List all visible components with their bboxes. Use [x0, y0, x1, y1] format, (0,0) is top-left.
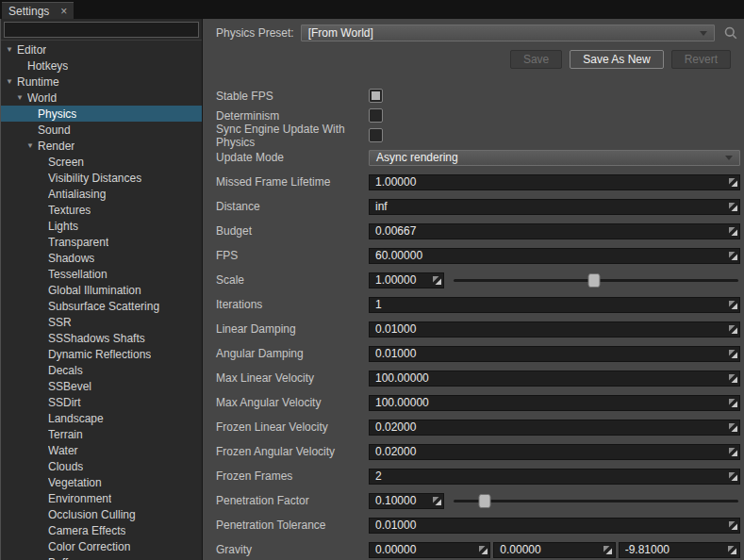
tree-item-label: Shadows — [48, 252, 94, 265]
value-drag-icon[interactable] — [476, 546, 489, 554]
sidebar-item-runtime[interactable]: ▼Runtime — [1, 74, 202, 90]
value-input[interactable] — [494, 543, 601, 556]
value-input[interactable] — [370, 543, 476, 556]
value-input[interactable] — [370, 322, 726, 336]
value-input[interactable] — [370, 494, 430, 507]
sidebar-item-tessellation[interactable]: Tessellation — [1, 266, 202, 282]
slider-handle[interactable] — [587, 273, 600, 288]
sidebar-item-color-correction[interactable]: Color Correction — [1, 538, 202, 554]
penetration-factor-slider[interactable] — [454, 493, 740, 509]
value-input[interactable] — [370, 420, 726, 434]
value-input[interactable] — [370, 445, 726, 458]
search-icon[interactable] — [721, 24, 740, 42]
sidebar-item-textures[interactable]: Textures — [1, 202, 202, 218]
value-drag-icon[interactable] — [726, 301, 739, 309]
expand-arrow-icon[interactable]: ▼ — [6, 45, 17, 54]
value-drag-icon[interactable] — [726, 546, 739, 554]
value-input[interactable] — [370, 347, 726, 360]
value-drag-icon[interactable] — [726, 325, 739, 334]
sidebar-item-terrain[interactable]: Terrain — [1, 426, 202, 442]
save-button[interactable]: Save — [510, 50, 562, 69]
value-drag-icon[interactable] — [726, 472, 739, 481]
sidebar-item-render[interactable]: ▼Render — [1, 138, 202, 154]
sidebar-item-occlusion-culling[interactable]: Occlusion Culling — [1, 506, 202, 522]
sidebar-item-shadows[interactable]: Shadows — [1, 250, 202, 266]
value-input[interactable] — [370, 200, 726, 213]
setting-control — [369, 297, 740, 313]
sidebar-item-clouds[interactable]: Clouds — [1, 458, 202, 474]
value-input[interactable] — [370, 469, 726, 483]
value-drag-icon[interactable] — [726, 399, 739, 407]
value-drag-icon[interactable] — [726, 448, 739, 456]
value-input[interactable] — [370, 396, 726, 409]
sidebar-item-physics[interactable]: Physics — [1, 106, 202, 122]
value-input[interactable] — [620, 543, 726, 556]
tree-filter-input[interactable] — [4, 22, 199, 38]
sidebar-item-environment[interactable]: Environment — [1, 490, 202, 506]
physics-preset-dropdown[interactable]: [From World] — [301, 25, 715, 41]
value-input[interactable] — [370, 175, 726, 189]
sidebar-item-water[interactable]: Water — [1, 442, 202, 458]
expand-arrow-icon[interactable]: ▼ — [26, 141, 38, 150]
sidebar-item-global-illumination[interactable]: Global Illumination — [1, 282, 202, 298]
setting-row-fps: FPS — [216, 243, 740, 268]
sidebar-item-vegetation[interactable]: Vegetation — [1, 474, 202, 490]
sidebar-item-hotkeys[interactable]: Hotkeys — [1, 58, 202, 74]
sidebar-item-visibility-distances[interactable]: Visibility Distances — [1, 170, 202, 186]
value-input[interactable] — [370, 519, 726, 532]
value-drag-icon[interactable] — [430, 497, 443, 505]
setting-row-distance: Distance — [216, 194, 740, 219]
sidebar-item-ssdirt[interactable]: SSDirt — [1, 394, 202, 410]
value-drag-icon[interactable] — [726, 350, 739, 358]
sidebar-item-editor[interactable]: ▼Editor — [1, 41, 202, 58]
sidebar-item-antialiasing[interactable]: Antialiasing — [1, 186, 202, 202]
setting-label: Update Mode — [216, 151, 369, 164]
tab-settings[interactable]: Settings × — [2, 2, 74, 19]
sidebar-item-dynamic-reflections[interactable]: Dynamic Reflections — [1, 346, 202, 362]
stable-fps-checkbox[interactable] — [369, 89, 383, 103]
value-drag-icon[interactable] — [726, 423, 739, 432]
update-mode-dropdown[interactable]: Async rendering — [369, 150, 740, 166]
sidebar-item-ssshadows-shafts[interactable]: SSShadows Shafts — [1, 330, 202, 346]
value-drag-icon[interactable] — [726, 227, 739, 236]
value-input[interactable] — [370, 298, 726, 311]
tree-item-label: Subsurface Scattering — [48, 300, 159, 313]
sidebar-item-ssbevel[interactable]: SSBevel — [1, 378, 202, 394]
value-field — [369, 542, 490, 558]
sync-engine-update-with-physics-checkbox[interactable] — [369, 128, 383, 142]
sidebar-item-decals[interactable]: Decals — [1, 362, 202, 378]
value-drag-icon[interactable] — [726, 252, 739, 260]
expand-arrow-icon[interactable]: ▼ — [16, 93, 27, 102]
value-drag-icon[interactable] — [602, 546, 615, 554]
determinism-checkbox[interactable] — [369, 108, 383, 123]
sidebar-item-camera-effects[interactable]: Camera Effects — [1, 522, 202, 538]
sidebar-item-lights[interactable]: Lights — [1, 218, 202, 234]
value-drag-icon[interactable] — [726, 203, 739, 211]
sidebar-item-world[interactable]: ▼World — [1, 90, 202, 106]
sidebar-item-ssr[interactable]: SSR — [1, 314, 202, 330]
value-input[interactable] — [370, 249, 726, 262]
sidebar-item-screen[interactable]: Screen — [1, 154, 202, 170]
close-icon[interactable]: × — [60, 6, 67, 17]
slider-track[interactable] — [454, 500, 738, 502]
sidebar-item-landscape[interactable]: Landscape — [1, 410, 202, 426]
value-input[interactable] — [370, 224, 726, 238]
slider-handle[interactable] — [479, 494, 491, 508]
tree-item-label: Lights — [48, 220, 78, 233]
revert-button[interactable]: Revert — [671, 50, 731, 69]
value-input[interactable] — [370, 371, 726, 385]
setting-row-frozen-angular-velocity: Frozen Angular Velocity — [216, 439, 740, 464]
value-drag-icon[interactable] — [430, 276, 443, 285]
sidebar-item-transparent[interactable]: Transparent — [1, 234, 202, 250]
value-drag-icon[interactable] — [726, 178, 739, 187]
scale-slider[interactable] — [454, 272, 740, 288]
value-input[interactable] — [370, 273, 430, 287]
sidebar-item-sound[interactable]: Sound — [1, 122, 202, 138]
save-as-new-button[interactable]: Save As New — [570, 50, 663, 69]
sidebar-item-buffers[interactable]: Buffers — [1, 554, 202, 560]
sidebar-item-subsurface-scattering[interactable]: Subsurface Scattering — [1, 298, 202, 314]
value-drag-icon[interactable] — [726, 521, 739, 530]
value-drag-icon[interactable] — [726, 374, 739, 383]
setting-control — [369, 542, 740, 558]
expand-arrow-icon[interactable]: ▼ — [6, 77, 17, 86]
